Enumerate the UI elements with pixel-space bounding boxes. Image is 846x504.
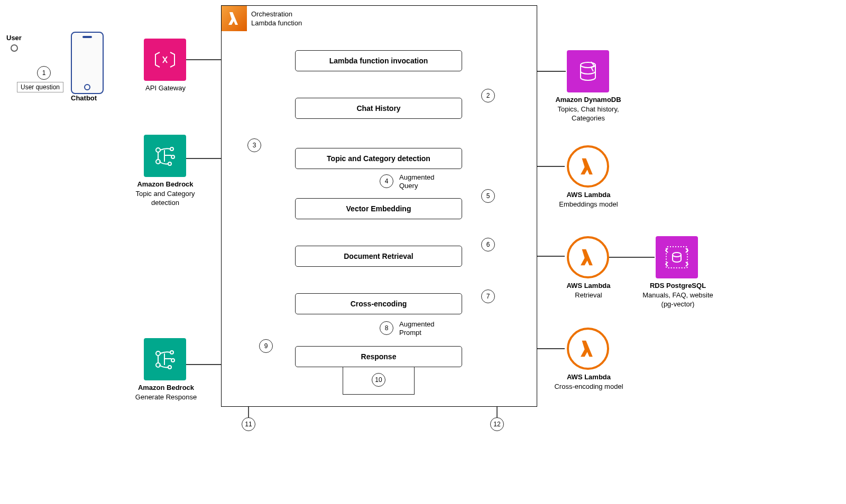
bedrock-response-icon (144, 338, 186, 380)
api-gateway-icon (144, 39, 186, 81)
proc-cross: Cross-encoding (295, 293, 462, 314)
step-9: 9 (259, 339, 273, 353)
proc-retrieve: Document Retrieval (295, 246, 462, 267)
annot-aug-query: Augmented Query (399, 173, 442, 190)
bedrock-response-label: Amazon Bedrock Generate Response (129, 383, 203, 402)
step-3: 3 (247, 138, 261, 152)
svg-point-21 (171, 359, 174, 362)
step-5: 5 (481, 189, 495, 203)
proc-embed: Vector Embedding (295, 198, 462, 219)
svg-point-24 (673, 253, 681, 257)
svg-point-16 (171, 155, 174, 158)
lambda-embed-label: AWS LambdaEmbeddings model (554, 190, 623, 209)
user-dot-icon (11, 44, 18, 52)
user-label: User (6, 34, 22, 42)
step-1: 1 (37, 66, 51, 80)
bedrock-topic-label: Amazon Bedrock Topic and Category detect… (127, 180, 204, 208)
step-2: 2 (481, 89, 495, 102)
svg-point-20 (170, 351, 173, 354)
svg-point-18 (156, 351, 160, 356)
svg-point-17 (168, 162, 171, 165)
proc-topic: Topic and Category detection (295, 148, 462, 169)
step-6: 6 (481, 238, 495, 251)
user-question-tag: User question (17, 82, 63, 92)
svg-point-22 (168, 366, 171, 369)
proc-invoke: Lambda function invocation (295, 50, 462, 71)
lambda-retrieve-label: AWS LambdaRetrieval (556, 281, 621, 300)
orchestration-title: OrchestrationLambda function (251, 10, 302, 28)
proc-history: Chat History (295, 98, 462, 119)
step-7: 7 (481, 290, 495, 303)
svg-point-13 (156, 148, 160, 152)
rds-icon (656, 236, 698, 278)
lambda-icon (222, 6, 247, 31)
annot-aug-prompt: Augmented Prompt (399, 320, 442, 337)
svg-point-15 (170, 147, 173, 151)
dynamodb-icon (567, 50, 609, 92)
chatbot-phone-icon (71, 32, 104, 94)
dynamodb-label: Amazon DynamoDBTopics, Chat history, Cat… (550, 95, 627, 123)
lambda-embed-icon (567, 145, 609, 188)
bedrock-topic-icon (144, 135, 186, 177)
lambda-cross-label: AWS LambdaCross-encoding model (553, 372, 624, 391)
step-11: 11 (242, 417, 255, 431)
proc-response: Response (295, 346, 462, 367)
step-8: 8 (380, 321, 393, 335)
rds-label: RDS PostgreSQLManuals, FAQ, website (pg-… (641, 281, 715, 309)
chatbot-label: Chatbot (71, 94, 97, 102)
step-10: 10 (372, 373, 385, 387)
lambda-retrieve-icon (567, 236, 609, 278)
api-gateway-label: API Gateway (136, 83, 195, 93)
lambda-cross-icon (567, 328, 609, 370)
step-12: 12 (490, 417, 504, 431)
step-4: 4 (380, 174, 393, 188)
